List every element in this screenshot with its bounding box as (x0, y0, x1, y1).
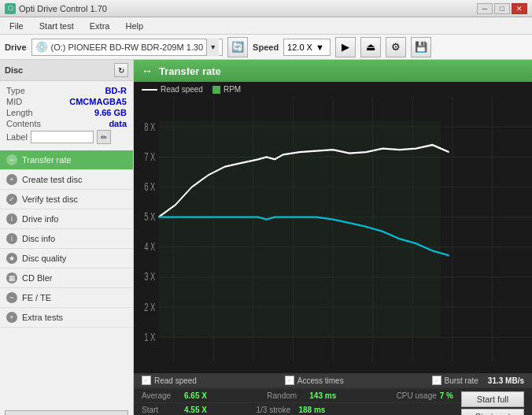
burst-value: 31.3 MB/s (488, 376, 524, 385)
burst-rate-checkbox-label[interactable]: ✓ Burst rate 31.3 MB/s (432, 376, 525, 385)
status-window-button[interactable]: Status window >> (5, 410, 128, 415)
label-edit-button[interactable]: ✏ (97, 130, 111, 144)
read-speed-checkbox[interactable]: ✓ (142, 376, 151, 385)
chart-legend: Read speed RPM (134, 82, 532, 97)
disc-refresh-button[interactable]: ↻ (114, 63, 128, 77)
stats-bottom: Average 6.65 X Random 143 ms CPU usage 7… (134, 387, 532, 415)
nav-disc-quality[interactable]: ★ Disc quality (0, 249, 133, 269)
drive-label: Drive (5, 43, 27, 52)
nav-drive-info[interactable]: i Drive info (0, 209, 133, 229)
svg-text:8 X: 8 X (144, 120, 155, 133)
menu-extra[interactable]: Extra (83, 20, 116, 32)
chart-canvas: 1 X 2 X 3 X 4 X 5 X 6 X 7 X 8 X (134, 97, 532, 373)
extra-tests-icon: + (6, 312, 17, 323)
mid-label: MID (6, 97, 22, 106)
read-speed-checkbox-label[interactable]: ✓ Read speed (142, 376, 197, 385)
svg-text:7 X: 7 X (144, 150, 155, 163)
nav-drive-info-label: Drive info (22, 214, 58, 224)
disc-info: Type BD-R MID CMCMAGBA5 Length 9.66 GB C… (0, 81, 133, 150)
label-key: Label (6, 132, 28, 142)
nav-verify-test-disc[interactable]: ✓ Verify test disc (0, 190, 133, 209)
drive-value: (O:) PIONEER BD-RW BDR-209M 1.30 (51, 43, 204, 52)
legend-read-speed-label: Read speed (161, 85, 203, 94)
verify-disc-icon: ✓ (6, 194, 17, 205)
go-button[interactable]: ▶ (335, 37, 356, 57)
nav-create-test-disc[interactable]: + Create test disc (0, 170, 133, 190)
drive-combo[interactable]: 💿 (O:) PIONEER BD-RW BDR-209M 1.30 ▼ (31, 39, 224, 56)
sidebar: Disc ↻ Type BD-R MID CMCMAGBA5 Length 9.… (0, 60, 134, 415)
nav-create-test-disc-label: Create test disc (22, 175, 82, 184)
minimize-button[interactable]: ─ (477, 3, 493, 14)
access-times-checkbox[interactable]: ✓ (285, 376, 294, 385)
svg-text:2 X: 2 X (144, 301, 155, 313)
refresh-button[interactable]: 🔄 (227, 37, 248, 57)
disc-quality-icon: ★ (6, 253, 17, 264)
nav-cd-bler[interactable]: ▦ CD Bler (0, 269, 133, 288)
svg-text:3 X: 3 X (144, 271, 155, 283)
titlebar: ⬡ Opti Drive Control 1.70 ─ □ ✕ (0, 0, 532, 17)
menubar: File Start test Extra Help (0, 17, 532, 35)
eject-button[interactable]: ⏏ (360, 37, 381, 57)
disc-title: Disc (5, 65, 23, 75)
nav-verify-test-disc-label: Verify test disc (22, 195, 78, 204)
stats-checkboxes-row: ✓ Read speed ✓ Access times ✓ Burst rate… (134, 373, 532, 387)
menu-help[interactable]: Help (119, 20, 150, 32)
svg-text:4 X: 4 X (144, 241, 155, 254)
legend-read-speed: Read speed (142, 85, 203, 94)
type-value: BD-R (105, 86, 127, 95)
chart-area: ↔ Transfer rate Read speed RPM (134, 60, 532, 415)
fe-te-icon: ~ (6, 292, 17, 303)
cd-bler-icon: ▦ (6, 272, 17, 283)
sidebar-nav: ↔ Transfer rate + Create test disc ✓ Ver… (0, 150, 133, 407)
stroke1-stat: 1/3 stroke 188 ms (257, 406, 326, 414)
save-button[interactable]: 💾 (411, 37, 431, 57)
nav-disc-info-label: Disc info (22, 234, 55, 243)
start-stat: Start 4.55 X (142, 406, 207, 414)
app-title: Opti Drive Control 1.70 (19, 4, 107, 13)
empty-stat (375, 406, 453, 414)
svg-text:5 X: 5 X (144, 210, 155, 223)
nav-extra-tests-label: Extra tests (22, 313, 63, 322)
drive-select: 💿 (O:) PIONEER BD-RW BDR-209M 1.30 ▼ (31, 39, 224, 56)
chart-icon: ↔ (142, 65, 153, 77)
nav-disc-info[interactable]: i Disc info (0, 229, 133, 249)
svg-text:1 X: 1 X (144, 331, 155, 343)
app-icon: ⬡ (5, 3, 16, 14)
burst-rate-checkbox[interactable]: ✓ (432, 376, 441, 385)
length-value: 9.66 GB (94, 108, 127, 117)
nav-disc-quality-label: Disc quality (22, 254, 66, 263)
read-speed-line (142, 89, 157, 91)
access-times-checkbox-label[interactable]: ✓ Access times (285, 376, 344, 385)
maximize-button[interactable]: □ (494, 3, 510, 14)
contents-value: data (109, 119, 127, 128)
length-label: Length (6, 108, 33, 117)
settings-button[interactable]: ⚙ (386, 37, 406, 57)
nav-cd-bler-label: CD Bler (22, 273, 53, 283)
drive-info-icon: i (6, 213, 17, 224)
svg-rect-26 (159, 121, 441, 338)
speed-label: Speed (253, 43, 279, 52)
start-part-button[interactable]: Start part (461, 409, 524, 415)
transfer-rate-icon: ↔ (6, 154, 17, 165)
chart-title: Transfer rate (159, 65, 221, 77)
average-stat: Average 6.65 X (142, 391, 207, 400)
nav-transfer-rate[interactable]: ↔ Transfer rate (0, 150, 133, 170)
speed-combo[interactable]: 12.0 X ▼ (283, 39, 331, 56)
nav-transfer-rate-label: Transfer rate (22, 155, 72, 165)
label-input[interactable] (31, 131, 94, 143)
chart-svg: 1 X 2 X 3 X 4 X 5 X 6 X 7 X 8 X (134, 97, 532, 373)
close-button[interactable]: ✕ (512, 3, 527, 14)
menu-start-test[interactable]: Start test (33, 20, 80, 32)
contents-label: Contents (6, 119, 41, 128)
start-full-button[interactable]: Start full (461, 391, 524, 407)
toolbar: Drive 💿 (O:) PIONEER BD-RW BDR-209M 1.30… (0, 35, 532, 60)
drive-dropdown-arrow[interactable]: ▼ (206, 39, 219, 56)
create-disc-icon: + (6, 174, 17, 185)
cpu-stat: CPU usage 7 % (397, 391, 453, 400)
start-buttons: Start full Start part (461, 388, 532, 415)
legend-rpm: RPM (212, 85, 241, 94)
nav-fe-te[interactable]: ~ FE / TE (0, 288, 133, 308)
menu-file[interactable]: File (3, 20, 30, 32)
rpm-square (212, 86, 220, 94)
nav-extra-tests[interactable]: + Extra tests (0, 308, 133, 328)
